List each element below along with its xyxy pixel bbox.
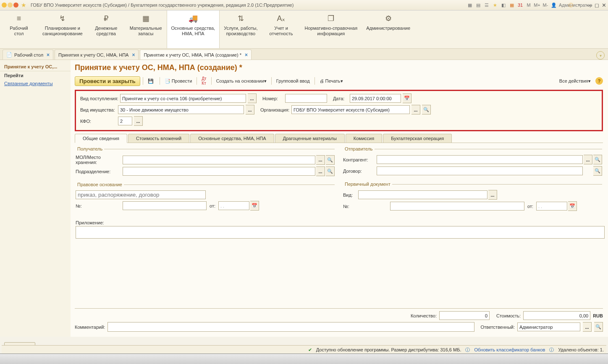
comment-input[interactable] (107, 322, 474, 332)
doc-kind-input[interactable] (358, 190, 487, 199)
tab-precious[interactable]: Драгоценные материалы (275, 134, 345, 143)
comment-row: Комментарий: Ответственный: Администрато… (75, 322, 603, 332)
search-icon[interactable]: 🔍 (593, 155, 602, 164)
tab-assets[interactable]: Основные средства, НМА, НПА (190, 134, 274, 143)
appendix-input[interactable] (76, 226, 605, 239)
minimize-icon[interactable]: — (587, 2, 592, 8)
post-and-close-button[interactable]: Провести и закрыть (75, 76, 140, 86)
select-button[interactable]: ... (583, 322, 592, 332)
titlebar-star-icon[interactable]: ★ (492, 3, 498, 8)
planning-icon: ↯ (42, 13, 83, 24)
tab-acceptance-list[interactable]: Принятия к учету ОС, НМА, НПА× (55, 49, 139, 60)
basis-input[interactable] (76, 190, 206, 199)
mol-input[interactable] (123, 156, 315, 164)
close-tab-icon[interactable]: × (47, 52, 50, 58)
section-reference[interactable]: ❐Нормативно-справочнаяинформация (300, 10, 362, 48)
calendar-icon[interactable]: 📅 (568, 201, 577, 211)
select-button[interactable]: ... (584, 155, 592, 164)
section-desktop[interactable]: ≡Рабочийстол (0, 10, 38, 48)
section-materials[interactable]: ▦Материальныезапасы (126, 10, 167, 48)
doc-num-input[interactable] (390, 202, 524, 211)
nav-link-related-docs[interactable]: Связанные документы (0, 80, 71, 87)
kfo-input[interactable]: 2 (118, 117, 132, 125)
select-button[interactable]: ... (411, 105, 420, 114)
section-fixed-assets[interactable]: 🚚Основные средства,НМА, НПА (167, 10, 220, 48)
search-icon[interactable]: 🔍 (422, 105, 431, 114)
section-cash[interactable]: ₽Денежныесредства (87, 10, 126, 48)
search-icon[interactable]: 🔍 (326, 166, 335, 176)
receipt-type-input[interactable]: Принятие к учету со счета 106 (приобрете… (120, 94, 246, 103)
content: Принятие к учету ОС, НМА, НПА (создание)… (71, 60, 608, 337)
org-input[interactable]: ГОБУ ВПО Университет искусств (Субсидия) (291, 105, 410, 114)
titlebar-icon[interactable]: ▤ (475, 3, 482, 8)
status-info-icon: ⓘ (465, 347, 470, 353)
section-reporting[interactable]: АₓУчет иотчетность (262, 10, 300, 48)
tab-accounting-op[interactable]: Бухгалтерская операция (383, 134, 452, 143)
number-input[interactable] (285, 94, 327, 103)
dot-nav-fwd-icon[interactable] (13, 3, 18, 8)
mem-mplus[interactable]: M+ (534, 3, 540, 8)
tab-acceptance-new[interactable]: Принятие к учету ОС, НМА, НПА (создание)… (140, 49, 252, 60)
status-classifier-link[interactable]: Обновить классификатор банков (474, 347, 545, 352)
calendar-icon[interactable]: 📅 (403, 94, 411, 103)
maximize-icon[interactable]: ◻ (595, 2, 599, 8)
page-title: Принятие к учету ОС, НМА, НПА (создание)… (75, 63, 603, 72)
tab-general[interactable]: Общие сведения (75, 134, 127, 143)
section-services[interactable]: ⇅Услуги, работы,производство (220, 10, 262, 48)
basis-num-input[interactable] (123, 201, 207, 210)
recipient-legend: Получатель (76, 146, 104, 151)
select-button[interactable]: ... (488, 190, 497, 200)
command-bar: Провести и закрыть 💾 📑Провести ДтКт Созд… (75, 75, 603, 86)
basis-date-input[interactable]: . . (218, 201, 249, 210)
totals-row: Количество: 0 Стоимость: 0,00 RUB (75, 308, 603, 320)
close-tab-icon[interactable]: × (132, 52, 135, 58)
calendar-icon[interactable]: 📅 (250, 201, 259, 211)
dept-input[interactable] (123, 167, 315, 176)
titlebar-icon[interactable]: ▦ (466, 3, 473, 8)
ruble-icon: ₽ (92, 13, 121, 24)
mem-m[interactable]: M (525, 3, 532, 8)
dt-kt-icon[interactable]: ДтКт (199, 75, 208, 86)
contract-input[interactable] (377, 166, 583, 175)
tabbar: 📄Рабочий стол× Принятия к учету ОС, НМА,… (0, 49, 608, 60)
mem-mminus[interactable]: M- (542, 3, 549, 8)
close-tab-icon[interactable]: × (245, 52, 248, 58)
search-icon[interactable]: 🔍 (594, 322, 603, 332)
select-button[interactable]: ... (246, 105, 254, 114)
property-type-label: Вид имущества: (80, 107, 116, 112)
tab-cost[interactable]: Стоимость вложений (128, 134, 189, 143)
dot-nav-back-icon[interactable] (8, 3, 13, 8)
group-input-button[interactable]: Групповой ввод (274, 78, 312, 84)
select-button[interactable]: ... (316, 166, 325, 176)
select-button[interactable]: ... (316, 155, 325, 165)
titlebar-icon[interactable]: ☰ (483, 3, 490, 8)
search-icon[interactable]: 🔍 (593, 166, 602, 176)
post-button[interactable]: 📑Провести (162, 78, 194, 85)
tab-commission[interactable]: Комиссия (346, 134, 382, 143)
counterparty-input[interactable] (377, 155, 583, 164)
titlebar-icon[interactable]: ◧ (500, 3, 507, 8)
all-actions-button[interactable]: Все действия ▾ (557, 78, 593, 85)
print-button[interactable]: 🖨Печать ▾ (317, 78, 345, 85)
titlebar-icon[interactable]: ▦ (508, 3, 515, 8)
date-input[interactable]: 29.09.2017 0:00:00 (350, 94, 401, 103)
qty-value: 0 (439, 311, 490, 320)
property-type-input[interactable]: 30 - Иное движимое имущество (118, 105, 244, 114)
help-icon[interactable]: ? (595, 77, 603, 85)
select-button[interactable]: ... (248, 94, 257, 103)
doc-date-input[interactable]: . . (536, 202, 567, 211)
section-admin[interactable]: ⚙Администрирование (362, 10, 415, 48)
select-button[interactable]: ... (134, 116, 143, 126)
contract-label: Договор: (343, 169, 376, 174)
titlebar-calendar-icon[interactable]: 31 (517, 3, 524, 8)
tab-desktop[interactable]: 📄Рабочий стол× (3, 49, 53, 60)
responsible-input[interactable]: Администратор (517, 322, 580, 331)
close-icon[interactable]: ✕ (602, 2, 606, 8)
search-icon[interactable]: 🔍 (326, 155, 335, 165)
nav-round-button[interactable]: ▾ (596, 51, 605, 60)
info-icon[interactable]: ⓘ (567, 2, 574, 8)
favorite-star-icon[interactable]: ★ (21, 2, 26, 8)
save-button[interactable]: 💾 (146, 78, 157, 85)
create-based-button[interactable]: Создать на основании ▾ (214, 78, 269, 85)
section-planning[interactable]: ↯Планирование исанкционирование (38, 10, 87, 48)
